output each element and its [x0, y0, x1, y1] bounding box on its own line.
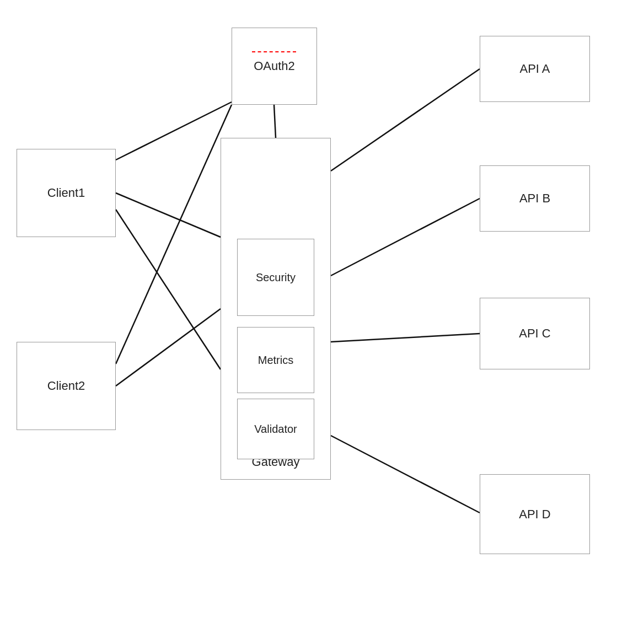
svg-line-0 [274, 105, 276, 138]
svg-line-2 [116, 193, 221, 237]
api-a-label: API A [519, 62, 550, 76]
svg-line-6 [331, 69, 480, 171]
api-b-label: API B [519, 191, 550, 206]
oauth2-box: OAuth2 [232, 28, 317, 105]
client1-label: Client1 [47, 186, 85, 200]
metrics-label: Metrics [258, 354, 293, 367]
api-c-label: API C [519, 326, 550, 341]
svg-line-7 [331, 198, 480, 276]
client2-box: Client2 [17, 342, 116, 430]
client2-label: Client2 [47, 379, 85, 393]
api-a-box: API A [480, 36, 590, 102]
svg-line-4 [116, 309, 221, 386]
api-d-box: API D [480, 474, 590, 554]
svg-line-3 [116, 210, 221, 369]
validator-label: Validator [254, 423, 297, 436]
security-label: Security [256, 271, 296, 284]
api-b-box: API B [480, 165, 590, 232]
diagram: OAuth2 Gateway Security Metrics Validato… [0, 0, 644, 644]
metrics-box: Metrics [237, 327, 314, 393]
api-d-label: API D [519, 507, 550, 522]
security-box: Security [237, 239, 314, 316]
oauth2-label: OAuth2 [254, 59, 295, 73]
svg-line-8 [331, 334, 480, 342]
client1-box: Client1 [17, 149, 116, 237]
svg-line-9 [331, 436, 480, 513]
oauth2-underline [252, 51, 296, 52]
svg-line-1 [116, 102, 232, 160]
validator-box: Validator [237, 399, 314, 459]
api-c-box: API C [480, 298, 590, 369]
svg-line-5 [116, 105, 232, 364]
